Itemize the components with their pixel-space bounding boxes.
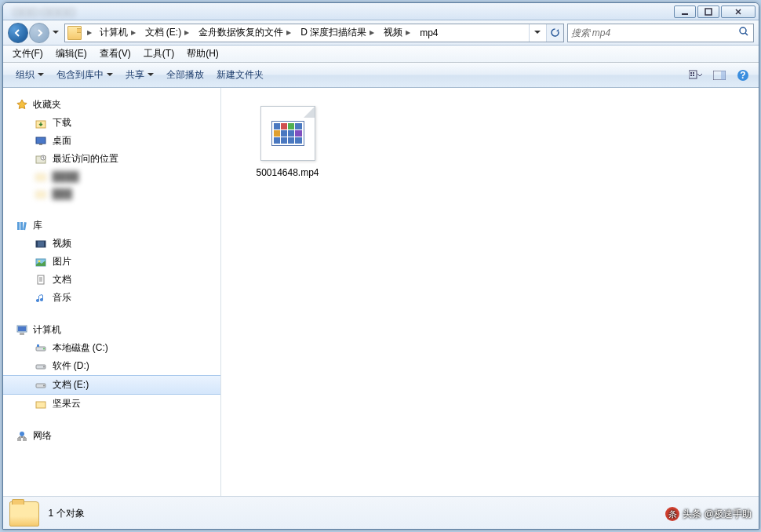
file-pane[interactable]: 50014648.mp4	[221, 88, 759, 496]
folder-icon	[35, 188, 47, 200]
svg-rect-23	[36, 241, 38, 247]
close-button[interactable]	[721, 5, 756, 18]
file-thumb-icon	[260, 106, 315, 161]
crumb-folder2[interactable]: D 深度扫描结果▶	[296, 24, 379, 42]
sidebar-item-music[interactable]: 音乐	[3, 289, 220, 307]
body: 收藏夹 下载 桌面 最近访问的位置 ████ ███ 库 视频 图片 文档 音乐…	[3, 88, 759, 496]
svg-point-35	[43, 366, 45, 367]
star-icon	[16, 99, 28, 111]
svg-rect-24	[44, 241, 46, 247]
folder-icon	[67, 26, 82, 40]
svg-rect-41	[23, 438, 27, 441]
history-dropdown[interactable]	[50, 24, 61, 42]
svg-rect-0	[682, 13, 688, 15]
menu-tools[interactable]: 工具(T)	[137, 46, 180, 62]
sidebar-head-favorites[interactable]: 收藏夹	[3, 96, 220, 114]
menu-help[interactable]: 帮助(H)	[180, 46, 225, 62]
sidebar-head-libraries[interactable]: 库	[3, 217, 220, 235]
sidebar-item-videos[interactable]: 视频	[3, 235, 220, 253]
include-button[interactable]: 包含到库中	[50, 66, 119, 84]
drive-icon	[35, 360, 47, 373]
organize-button[interactable]: 组织	[9, 66, 50, 84]
nav-row: ▶ 计算机▶ 文档 (E:)▶ 金舟数据恢复的文件▶ D 深度扫描结果▶ 视频▶…	[3, 20, 759, 46]
menu-file[interactable]: 文件(F)	[6, 46, 49, 62]
sidebar-item-pictures[interactable]: 图片	[3, 253, 220, 271]
svg-rect-20	[20, 222, 23, 230]
folder-icon	[35, 398, 47, 410]
sidebar-computer: 计算机 本地磁盘 (C:) 软件 (D:) 文档 (E:) 坚果云	[3, 321, 220, 413]
nav-arrows	[8, 23, 61, 43]
sidebar-item-recent[interactable]: 最近访问的位置	[3, 150, 220, 168]
newfolder-button[interactable]: 新建文件夹	[210, 66, 270, 84]
search-input[interactable]	[571, 27, 737, 38]
menu-view[interactable]: 查看(V)	[93, 46, 137, 62]
refresh-button[interactable]	[546, 24, 563, 42]
minimize-button[interactable]	[674, 5, 696, 18]
watermark-icon: 条	[665, 507, 679, 521]
sidebar-item-documents[interactable]: 文档	[3, 271, 220, 289]
title-bar: ▢▢▢ ▢▢▢▢	[3, 3, 759, 20]
maximize-button[interactable]	[697, 5, 719, 18]
video-icon	[35, 238, 47, 250]
drive-icon	[35, 379, 47, 392]
sidebar-head-network[interactable]: 网络	[3, 427, 220, 445]
sidebar[interactable]: 收藏夹 下载 桌面 最近访问的位置 ████ ███ 库 视频 图片 文档 音乐…	[3, 88, 221, 496]
crumb-folder1[interactable]: 金舟数据恢复的文件▶	[194, 24, 296, 42]
menu-edit[interactable]: 编辑(E)	[49, 46, 93, 62]
pictures-icon	[35, 256, 47, 268]
svg-point-39	[20, 432, 24, 436]
search-box[interactable]	[567, 24, 754, 42]
svg-rect-21	[23, 221, 27, 229]
svg-text:?: ?	[740, 70, 745, 81]
view-options-button[interactable]	[686, 67, 705, 84]
sidebar-item-drive-e[interactable]: 文档 (E:)	[3, 375, 220, 395]
crumb-folder3[interactable]: 视频▶	[379, 24, 415, 42]
status-folder-icon	[9, 501, 39, 527]
sidebar-item-blurred1[interactable]: ████	[3, 168, 220, 185]
sidebar-head-computer[interactable]: 计算机	[3, 321, 220, 339]
share-button[interactable]: 共享	[119, 66, 160, 84]
file-name: 50014648.mp4	[256, 167, 319, 178]
svg-rect-5	[693, 72, 694, 74]
sidebar-item-downloads[interactable]: 下载	[3, 114, 220, 132]
search-icon[interactable]	[737, 26, 750, 39]
documents-icon	[35, 274, 47, 286]
download-icon	[35, 117, 47, 129]
title-bar-blurred: ▢▢▢ ▢▢▢▢	[6, 6, 672, 17]
sidebar-item-jianguoyun[interactable]: 坚果云	[3, 395, 220, 413]
address-bar[interactable]: ▶ 计算机▶ 文档 (E:)▶ 金舟数据恢复的文件▶ D 深度扫描结果▶ 视频▶…	[64, 24, 564, 42]
sidebar-item-desktop[interactable]: 桌面	[3, 132, 220, 150]
forward-button[interactable]	[29, 23, 49, 43]
svg-rect-18	[36, 191, 46, 198]
music-icon	[35, 292, 47, 304]
svg-rect-9	[721, 71, 726, 80]
sidebar-favorites: 收藏夹 下载 桌面 最近访问的位置 ████ ███	[3, 96, 220, 202]
sidebar-item-drive-d[interactable]: 软件 (D:)	[3, 357, 220, 375]
playall-button[interactable]: 全部播放	[160, 66, 210, 84]
crumb-computer[interactable]: 计算机▶	[95, 24, 140, 42]
svg-rect-30	[20, 333, 24, 335]
sidebar-item-blurred2[interactable]: ███	[3, 185, 220, 202]
watermark: 条 头条 @极速手助	[665, 507, 752, 521]
svg-rect-17	[36, 174, 46, 180]
svg-point-2	[740, 27, 746, 34]
menu-bar: 文件(F) 编辑(E) 查看(V) 工具(T) 帮助(H)	[3, 46, 759, 63]
crumb-current[interactable]: mp4	[415, 24, 439, 42]
svg-rect-1	[705, 9, 712, 15]
back-button[interactable]	[8, 23, 28, 43]
status-text: 1 个对象	[49, 507, 85, 520]
svg-point-32	[43, 348, 45, 349]
sidebar-item-drive-c[interactable]: 本地磁盘 (C:)	[3, 339, 220, 357]
address-dropdown[interactable]	[529, 24, 546, 42]
file-item[interactable]: 50014648.mp4	[245, 102, 331, 182]
svg-rect-19	[17, 222, 20, 230]
crumb-drive[interactable]: 文档 (E:)▶	[140, 24, 195, 42]
network-icon	[16, 430, 28, 443]
svg-rect-40	[17, 438, 21, 441]
preview-pane-button[interactable]	[710, 67, 729, 84]
library-icon	[16, 220, 28, 232]
chevron-right-icon[interactable]: ▶	[84, 29, 95, 36]
help-button[interactable]: ?	[734, 67, 752, 84]
toolbar: 组织 包含到库中 共享 全部播放 新建文件夹 ?	[3, 63, 759, 88]
drive-icon	[35, 342, 47, 355]
